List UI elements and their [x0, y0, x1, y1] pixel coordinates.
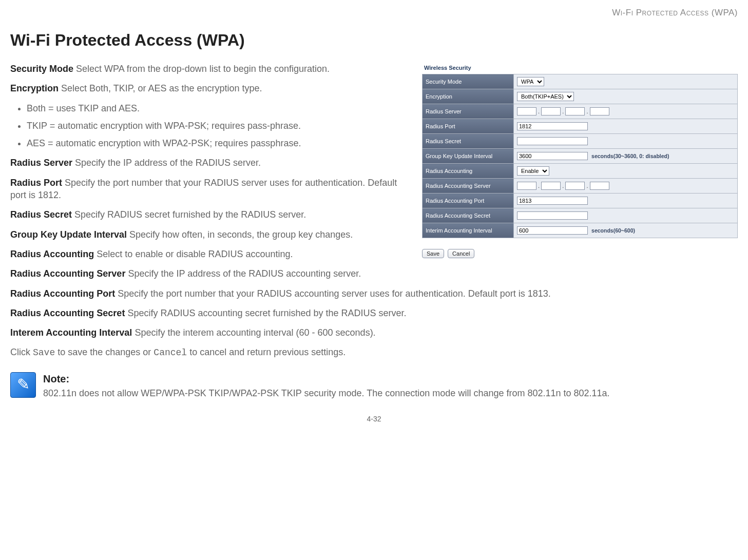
encryption-select[interactable]: Both(TKIP+AES) — [517, 92, 574, 101]
label-group-key: Group Key Update Interval — [423, 149, 514, 164]
security-mode-select[interactable]: WPA — [517, 77, 544, 86]
label-radius-port: Radius Port — [423, 119, 514, 134]
label-security-mode: Security Mode — [423, 74, 514, 89]
para-click-save: Click Save to save the changes or Cancel… — [10, 346, 738, 359]
group-key-input[interactable] — [517, 152, 588, 160]
para-radius-acct-server: Radius Accounting Server Specify the IP … — [10, 267, 738, 280]
radius-server-ip: . . . — [514, 104, 738, 119]
ip-octet[interactable] — [517, 182, 536, 190]
radius-accounting-select[interactable]: Enable — [517, 166, 549, 176]
running-head: Wi-Fi Protected Access (WPA) — [10, 0, 738, 21]
page-number: 4-32 — [10, 415, 738, 423]
label-radius-acct-port: Radius Accounting Port — [423, 194, 514, 208]
ip-octet[interactable] — [565, 107, 585, 115]
label-radius-acct-secret: Radius Accounting Secret — [423, 208, 514, 223]
note-body: 802.11n does not allow WEP/WPA-PSK TKIP/… — [43, 388, 610, 398]
label-encryption: Encryption — [423, 89, 514, 104]
config-table: Security Mode WPA Encryption Both(TKIP+A… — [422, 74, 738, 238]
radius-secret-input[interactable] — [517, 137, 588, 145]
cancel-button[interactable]: Cancel — [448, 249, 474, 258]
note-block: Note: 802.11n does not allow WEP/WPA-PSK… — [10, 372, 738, 399]
label-interim: Interim Accounting Interval — [423, 223, 514, 238]
note-heading: Note: — [43, 372, 610, 386]
para-radius-acct-secret: Radius Accounting Secret Specify RADIUS … — [10, 307, 738, 319]
label-radius-accounting: Radius Accounting — [423, 164, 514, 179]
ip-octet[interactable] — [590, 107, 609, 115]
para-interem-interval: Interem Accounting Interval Specify the … — [10, 326, 738, 339]
label-radius-secret: Radius Secret — [423, 134, 514, 149]
label-radius-server: Radius Server — [423, 104, 514, 119]
page-title: Wi-Fi Protected Access (WPA) — [10, 31, 738, 50]
radius-acct-port-input[interactable] — [517, 197, 588, 205]
save-button[interactable]: Save — [422, 249, 444, 258]
label-radius-acct-server: Radius Accounting Server — [423, 179, 514, 194]
interim-suffix: seconds(60~600) — [591, 227, 635, 234]
ip-octet[interactable] — [541, 182, 561, 190]
ip-octet[interactable] — [541, 107, 561, 115]
ip-octet[interactable] — [517, 107, 536, 115]
ip-octet[interactable] — [590, 182, 609, 190]
radius-acct-secret-input[interactable] — [517, 211, 588, 220]
note-pencil-icon — [10, 372, 36, 398]
wireless-security-panel: Wireless Security Security Mode WPA Encr… — [422, 63, 738, 258]
interim-input[interactable] — [517, 226, 588, 235]
radius-port-input[interactable] — [517, 122, 588, 130]
group-key-suffix: seconds(30~3600, 0: disabled) — [591, 153, 669, 159]
ip-octet[interactable] — [565, 182, 585, 190]
panel-title: Wireless Security — [422, 63, 738, 74]
para-radius-acct-port: Radius Accounting Port Specify the port … — [10, 287, 738, 300]
radius-acct-server-ip: . . . — [514, 179, 738, 194]
